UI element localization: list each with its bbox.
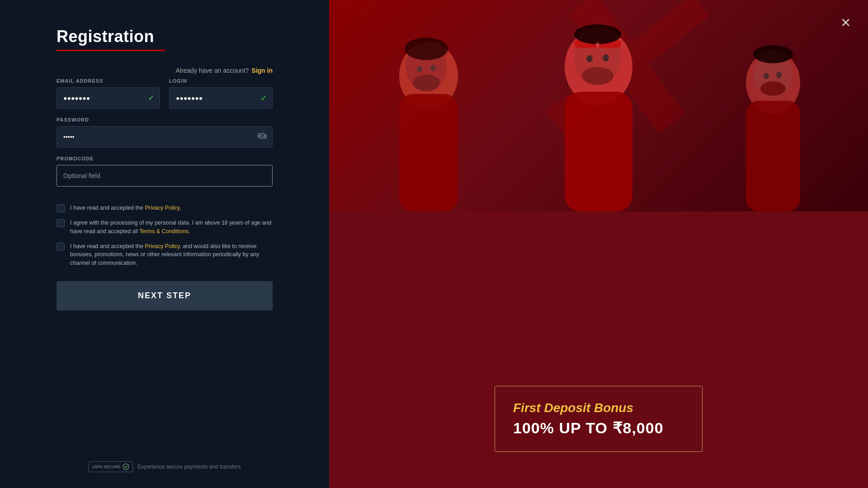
bonus-title: First Deposit Bonus — [513, 401, 684, 415]
player-center — [517, 8, 680, 211]
page-title: Registration — [57, 27, 273, 46]
privacy-policy-link-2[interactable]: Privacy Policy — [145, 243, 179, 249]
security-text: Experience secure payments and transfers — [137, 464, 241, 470]
left-panel: Registration Already have an account? Si… — [0, 0, 329, 488]
login-label: LOGIN — [169, 78, 273, 84]
player-right — [705, 31, 841, 211]
title-underline — [57, 50, 165, 51]
security-label: 100% SECURE — [92, 465, 120, 469]
login-input[interactable] — [169, 87, 273, 109]
sign-in-row: Already have an account? Sign in — [175, 67, 273, 74]
email-group: EMAIL ADDRESS ✓ — [57, 78, 160, 109]
security-badge: 100% SECURE — [88, 461, 133, 472]
login-input-wrapper: ✓ — [169, 87, 273, 109]
svg-rect-2 — [399, 94, 458, 211]
svg-point-4 — [417, 66, 422, 72]
svg-point-12 — [603, 54, 609, 61]
checkbox-1-text: I have read and accepted the Privacy Pol… — [70, 204, 181, 212]
svg-point-20 — [764, 73, 769, 79]
login-check-icon: ✓ — [260, 93, 267, 103]
checkbox-3-text: I have read and accepted the Privacy Pol… — [70, 242, 273, 267]
promocode-label: PROMOCODE — [57, 156, 273, 161]
right-panel: ✕ ✕ — [329, 0, 868, 488]
svg-point-15 — [574, 24, 621, 44]
bonus-amount: 100% UP TO ₹8,000 — [513, 419, 684, 437]
svg-point-5 — [430, 65, 436, 71]
svg-rect-18 — [746, 101, 800, 211]
checkbox-row-2: I agree with the processing of my person… — [57, 219, 273, 236]
svg-point-6 — [413, 75, 440, 91]
checkbox-row-3: I have read and accepted the Privacy Pol… — [57, 242, 273, 267]
svg-point-11 — [586, 55, 593, 62]
promocode-group: PROMOCODE — [57, 156, 273, 187]
security-footer: 100% SECURE Experience secure payments a… — [88, 461, 241, 472]
sign-in-link[interactable]: Sign in — [251, 67, 273, 74]
checkbox-row-1: I have read and accepted the Privacy Pol… — [57, 204, 273, 212]
svg-point-16 — [596, 42, 599, 48]
email-login-row: EMAIL ADDRESS ✓ LOGIN ✓ — [57, 78, 273, 109]
password-input-wrapper — [57, 126, 273, 148]
email-input[interactable] — [57, 87, 160, 109]
checkbox-2[interactable] — [57, 219, 65, 227]
svg-point-7 — [405, 38, 448, 60]
hero-image: ✕ — [329, 0, 868, 211]
checkbox-3[interactable] — [57, 243, 65, 251]
svg-point-22 — [760, 81, 786, 96]
privacy-policy-link-1[interactable]: Privacy Policy. — [145, 205, 181, 211]
email-input-wrapper: ✓ — [57, 87, 160, 109]
email-check-icon: ✓ — [148, 93, 155, 103]
svg-point-13 — [582, 67, 613, 85]
svg-point-23 — [753, 45, 793, 63]
checkbox-2-text: I agree with the processing of my person… — [70, 219, 273, 236]
password-eye-icon[interactable] — [257, 133, 267, 141]
promocode-input[interactable] — [57, 165, 273, 187]
checkbox-1[interactable] — [57, 204, 65, 212]
terms-conditions-link[interactable]: Terms & Conditions. — [139, 228, 190, 235]
player-left — [356, 22, 501, 211]
close-button[interactable]: ✕ — [835, 13, 855, 33]
bonus-box: First Deposit Bonus 100% UP TO ₹8,000 — [495, 386, 703, 452]
svg-point-21 — [776, 72, 782, 78]
password-label: PASSWORD — [57, 117, 273, 122]
checkboxes-section: I have read and accepted the Privacy Pol… — [57, 204, 273, 267]
close-icon: ✕ — [840, 15, 851, 30]
password-group: PASSWORD — [57, 117, 273, 148]
sign-in-prompt: Already have an account? — [175, 67, 249, 74]
svg-rect-9 — [565, 92, 632, 211]
registration-form: EMAIL ADDRESS ✓ LOGIN ✓ PASSWORD — [57, 78, 273, 195]
password-input[interactable] — [57, 126, 273, 148]
next-step-button[interactable]: NEXT STEP — [57, 281, 273, 310]
email-label: EMAIL ADDRESS — [57, 78, 160, 84]
players-background: ✕ — [329, 0, 868, 211]
login-group: LOGIN ✓ — [169, 78, 273, 109]
